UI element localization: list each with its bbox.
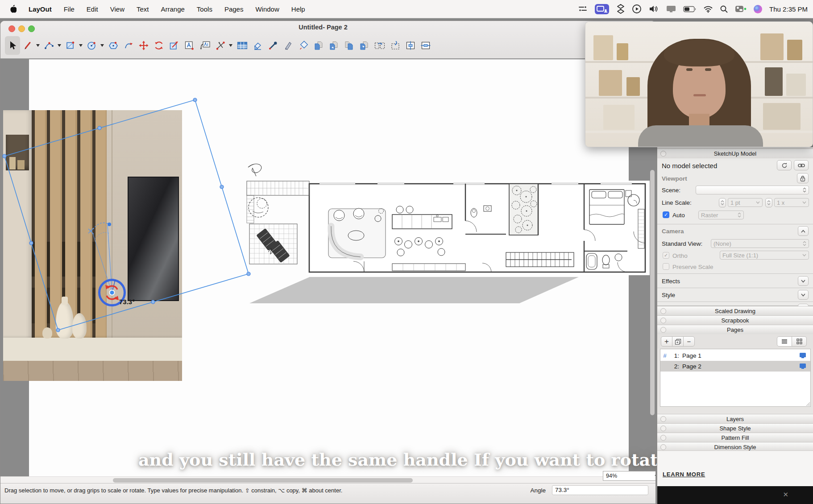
paste-doc-tool[interactable] <box>326 36 341 55</box>
panel-scaled-drawing[interactable]: Scaled Drawing <box>657 306 813 316</box>
vertical-scrollbar[interactable] <box>650 170 655 415</box>
duplicate-page-button[interactable] <box>672 336 684 347</box>
camera-collapse-button[interactable] <box>798 226 809 236</box>
drawing-canvas[interactable]: 73.3° 94% Drag selection to move, or dra… <box>0 58 656 504</box>
selection-handles[interactable] <box>3 98 250 332</box>
label-tool[interactable] <box>197 36 213 55</box>
panel-knob-icon[interactable] <box>660 151 666 157</box>
close-icon[interactable]: ✕ <box>783 491 788 499</box>
style-expand-button[interactable] <box>798 290 809 300</box>
panel-knob-icon[interactable] <box>660 416 666 422</box>
polygon-tool[interactable] <box>106 36 121 55</box>
delete-page-button[interactable]: − <box>683 336 695 347</box>
menu-edit[interactable]: Edit <box>87 5 98 13</box>
dimension-tool-caret[interactable] <box>229 44 232 47</box>
horizontal-scrollbar[interactable] <box>0 476 656 483</box>
learn-more-link[interactable]: LEARN MORE <box>663 471 705 478</box>
menu-view[interactable]: View <box>110 5 124 13</box>
circle-tool-caret[interactable] <box>100 44 104 47</box>
menu-file[interactable]: File <box>64 5 75 13</box>
copy-doc-tool[interactable] <box>311 36 326 55</box>
play-status-icon[interactable] <box>632 4 642 14</box>
dimension-tool[interactable] <box>213 36 228 55</box>
panel-knob-icon[interactable] <box>660 308 666 314</box>
toggles-status-icon[interactable] <box>735 5 747 13</box>
arrange-backward-tool[interactable] <box>341 36 357 55</box>
siri-icon[interactable] <box>753 4 763 14</box>
add-page-button[interactable]: + <box>661 336 672 347</box>
webcam-overlay[interactable] <box>585 21 813 147</box>
panel-pattern-fill[interactable]: Pattern Fill <box>657 433 813 443</box>
menu-text[interactable]: Text <box>137 5 149 13</box>
scale-tool[interactable] <box>166 36 182 55</box>
list-view-toggle[interactable] <box>777 336 792 347</box>
center-vertical-tool[interactable] <box>418 36 433 55</box>
menu-arrange[interactable]: Arrange <box>161 5 184 13</box>
line-scale-x-stepper[interactable] <box>765 198 772 207</box>
panel-pages[interactable]: Pages <box>657 325 813 335</box>
table-tool[interactable] <box>234 36 250 55</box>
freehand-arc-tool[interactable] <box>121 36 136 55</box>
arc-tool[interactable] <box>41 36 57 55</box>
page-row-1[interactable]: # 1: Page 1 <box>660 350 810 361</box>
text-tool[interactable] <box>182 36 197 55</box>
menu-app[interactable]: LayOut <box>29 5 52 13</box>
menubar-clock[interactable]: Thu 2:35 PM <box>769 5 808 13</box>
selection-bounds[interactable] <box>4 100 249 330</box>
panel-knob-icon[interactable] <box>660 318 666 323</box>
line-tool-caret[interactable] <box>36 44 40 47</box>
center-horizontal-tool[interactable] <box>403 36 418 55</box>
refresh-model-button[interactable] <box>777 160 792 170</box>
circle-tool[interactable] <box>84 36 100 55</box>
panel-knob-icon[interactable] <box>660 444 666 450</box>
control-strip-icon[interactable] <box>578 5 588 13</box>
link-model-button[interactable] <box>794 160 809 170</box>
rotate-tool[interactable] <box>151 36 166 55</box>
arc-tool-caret[interactable] <box>58 44 61 47</box>
horizontal-scroll-thumb[interactable] <box>113 478 413 483</box>
grid-view-toggle[interactable] <box>792 336 807 347</box>
menu-help[interactable]: Help <box>291 5 305 13</box>
menu-tools[interactable]: Tools <box>197 5 212 13</box>
panel-scrapbook[interactable]: Scrapbook <box>657 315 813 326</box>
sketchup-status-icon[interactable] <box>616 4 625 14</box>
page-row-2[interactable]: 2: Page 2 <box>660 361 810 372</box>
eraser-tool[interactable] <box>250 36 265 55</box>
title-bar[interactable]: Untitled- Page 2 <box>0 21 655 59</box>
split-tool[interactable] <box>372 36 388 55</box>
panel-knob-icon[interactable] <box>660 435 666 441</box>
zoom-level-select[interactable]: 94% <box>603 471 656 481</box>
select-tool[interactable] <box>5 36 20 55</box>
panel-knob-icon[interactable] <box>660 426 666 431</box>
spotlight-search-icon[interactable] <box>720 5 728 13</box>
scene-select[interactable] <box>696 186 809 194</box>
volume-icon[interactable] <box>648 4 659 13</box>
page-onscreen-icon[interactable] <box>799 352 806 359</box>
glue-tool[interactable] <box>296 36 311 55</box>
panel-knob-icon[interactable] <box>660 327 666 333</box>
apple-icon[interactable] <box>9 4 17 13</box>
line-tool[interactable] <box>20 36 35 55</box>
line-scale-stepper[interactable] <box>719 198 726 207</box>
auto-checkbox[interactable]: ✓ <box>663 211 669 218</box>
rectangle-tool-caret[interactable] <box>79 44 83 47</box>
angle-input[interactable]: 73.3° <box>552 485 648 495</box>
viewport-lock-button[interactable] <box>797 173 809 183</box>
panel-sketchup-model[interactable]: SketchUp Model <box>657 149 813 159</box>
pen-tool[interactable] <box>281 36 296 55</box>
screen-share-icon[interactable] <box>594 4 610 15</box>
arrange-forward-tool[interactable] <box>357 36 372 55</box>
panel-shape-style[interactable]: Shape Style <box>657 423 813 434</box>
menu-window[interactable]: Window <box>255 5 279 13</box>
display-icon[interactable] <box>666 4 676 13</box>
effects-expand-button[interactable] <box>798 276 809 286</box>
menu-pages[interactable]: Pages <box>224 5 244 13</box>
page-onscreen-icon[interactable] <box>799 363 806 369</box>
join-tool[interactable] <box>388 36 403 55</box>
panel-layers[interactable]: Layers <box>657 414 813 424</box>
move-tool[interactable] <box>136 36 151 55</box>
pages-resize-grip[interactable] <box>805 401 810 406</box>
rectangle-tool[interactable] <box>63 36 78 55</box>
eyedropper-tool[interactable] <box>265 36 281 55</box>
wifi-icon[interactable] <box>703 5 713 13</box>
